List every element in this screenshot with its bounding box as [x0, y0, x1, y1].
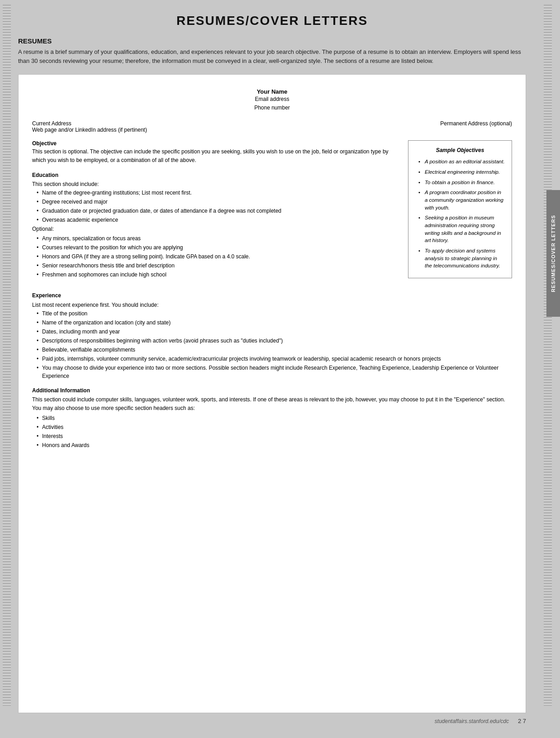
right-pattern — [544, 5, 552, 706]
sample-objectives-list: A position as an editorial assistant. El… — [415, 158, 505, 270]
edu-item-4: Overseas academic experience — [37, 216, 401, 224]
sample-objectives-col: Sample Objectives A position as an edito… — [408, 140, 512, 285]
add-item-2: Activities — [37, 423, 512, 431]
education-optional-list: Any minors, specialization or focus area… — [32, 234, 401, 279]
edu-item-1: Name of the degree-granting institutions… — [37, 189, 401, 197]
resume-header: Your Name Email address Phone number — [32, 88, 512, 112]
obj-item-6: To apply decision and systems analysis t… — [418, 247, 505, 270]
exp-item-6: Paid jobs, internships, volunteer commun… — [37, 355, 512, 363]
add-item-1: Skills — [37, 414, 512, 422]
obj-item-4: A program coordinator position in a comm… — [418, 189, 505, 211]
education-section: Education This section should include: N… — [32, 171, 401, 279]
resume-email: Email address — [32, 95, 512, 104]
vertical-tab: RESUMES/COVER LETTERS — [546, 190, 560, 317]
experience-list: Title of the position Name of the organi… — [32, 309, 512, 380]
additional-info-section: Additional Information This section coul… — [32, 386, 512, 450]
objective-title: Objective — [32, 140, 401, 147]
edu-opt-1: Any minors, specialization or focus area… — [37, 234, 401, 243]
add-item-3: Interests — [37, 432, 512, 440]
edu-opt-5: Freshmen and sophomores can include high… — [37, 271, 401, 279]
resume-phone: Phone number — [32, 104, 512, 112]
experience-title: Experience — [32, 291, 512, 300]
edu-opt-4: Senior research/honors thesis title and … — [37, 262, 401, 270]
sample-objectives-title: Sample Objectives — [415, 146, 505, 154]
experience-section: Experience List most recent experience f… — [32, 291, 512, 380]
edu-opt-3: Honors and GPA (if they are a strong sel… — [37, 252, 401, 261]
objective-section-row: Objective This section is optional. The … — [32, 140, 512, 285]
main-content-area: RESUMES/COVER LETTERS RESUMES A resume i… — [14, 0, 535, 738]
objective-col: Objective This section is optional. The … — [32, 140, 401, 285]
footer-url: studentaffairs.stanford.edu/cdc — [435, 718, 509, 724]
right-border-area: RESUMES/COVER LETTERS — [535, 0, 560, 738]
exp-item-3: Dates, including month and year — [37, 328, 512, 336]
footer: studentaffairs.stanford.edu/cdc 2 7 — [18, 718, 526, 724]
additional-info-list: Skills Activities Interests Honors and A… — [32, 414, 512, 449]
resumes-intro: A resume is a brief summary of your qual… — [18, 48, 526, 65]
left-border-decoration — [0, 0, 14, 738]
current-address-label: Current Address — [32, 120, 147, 127]
additional-info-title: Additional Information — [32, 386, 512, 395]
resume-sample-document: Your Name Email address Phone number Cur… — [18, 74, 526, 713]
current-address-block: Current Address Web page and/or LinkedIn… — [32, 120, 147, 133]
objective-text: This section is optional. The objective … — [32, 148, 401, 164]
education-title: Education — [32, 171, 401, 180]
edu-item-2: Degree received and major — [37, 198, 401, 206]
sample-objectives-box: Sample Objectives A position as an edito… — [408, 140, 512, 278]
exp-item-1: Title of the position — [37, 309, 512, 318]
obj-item-2: Electrical engineering internship. — [418, 168, 505, 176]
obj-item-3: To obtain a position in finance. — [418, 179, 505, 186]
education-required-list: Name of the degree-granting institutions… — [32, 189, 401, 224]
exp-item-7: You may choose to divide your experience… — [37, 364, 512, 380]
edu-opt-2: Courses relevant to the position for whi… — [37, 243, 401, 252]
page-title: RESUMES/COVER LETTERS — [18, 14, 526, 28]
obj-item-1: A position as an editorial assistant. — [418, 158, 505, 166]
vertical-tab-label: RESUMES/COVER LETTERS — [551, 215, 556, 292]
add-item-4: Honors and Awards — [37, 441, 512, 449]
additional-info-text: This section could include computer skil… — [32, 395, 512, 412]
permanent-address-label: Permanent Address (optional) — [440, 120, 512, 133]
exp-item-2: Name of the organization and location (c… — [37, 319, 512, 327]
resume-name: Your Name — [32, 88, 512, 95]
education-intro: This section should include: — [32, 180, 401, 189]
exp-item-5: Believable, verifiable accomplishments — [37, 346, 512, 354]
address-row: Current Address Web page and/or LinkedIn… — [32, 120, 512, 133]
left-pattern — [3, 5, 11, 706]
experience-intro: List most recent experience first. You s… — [32, 301, 512, 309]
webpage-address: Web page and/or LinkedIn address (if per… — [32, 127, 147, 133]
exp-item-4: Descriptions of responsibilities beginni… — [37, 337, 512, 345]
obj-item-5: Seeking a position in museum administrat… — [418, 214, 505, 244]
footer-page: 2 7 — [518, 718, 526, 724]
edu-item-3: Graduation date or projected graduation … — [37, 207, 401, 215]
optional-label: Optional: — [32, 225, 401, 233]
resumes-heading: RESUMES — [18, 37, 526, 45]
